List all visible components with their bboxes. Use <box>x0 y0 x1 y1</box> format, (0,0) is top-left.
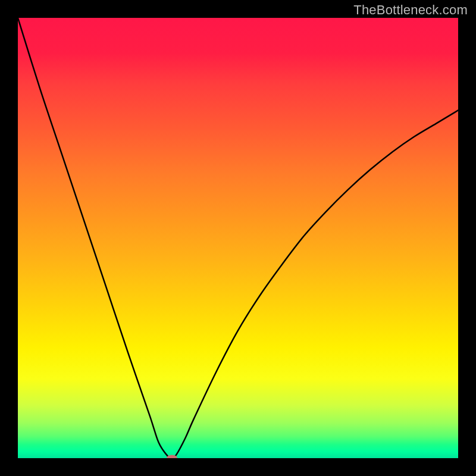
curve-svg <box>18 18 458 458</box>
bottleneck-curve-path <box>18 18 458 458</box>
optimum-marker <box>167 455 177 459</box>
watermark-text: TheBottleneck.com <box>353 2 468 18</box>
plot-area <box>18 18 458 458</box>
chart-frame: TheBottleneck.com <box>0 0 476 476</box>
